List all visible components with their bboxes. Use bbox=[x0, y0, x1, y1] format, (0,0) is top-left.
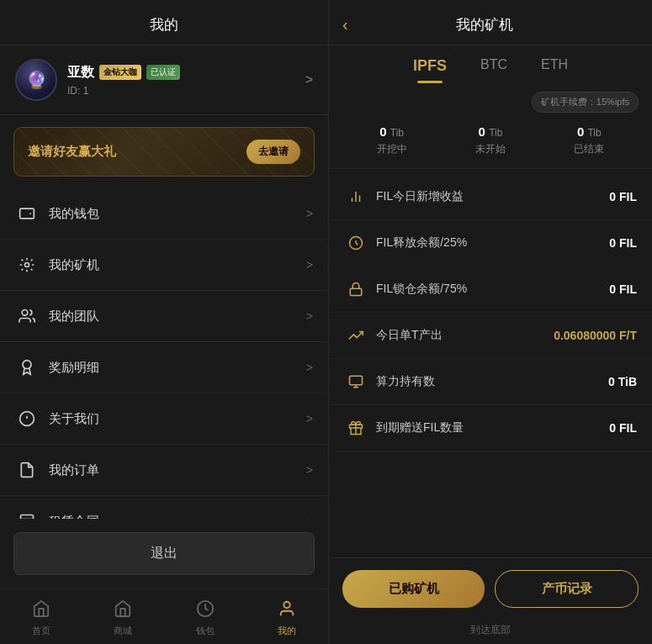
menu-item-miner[interactable]: 我的矿机 > bbox=[0, 240, 328, 291]
nav-label-mine: 我的 bbox=[278, 625, 296, 637]
profile-arrow: > bbox=[305, 72, 313, 87]
avatar-image: 🔮 bbox=[17, 61, 56, 99]
info-row-hashrate: 算力持有数 0 TiB bbox=[329, 359, 652, 405]
bottom-hint: 到达底部 bbox=[329, 620, 652, 644]
info-label-hashrate: 算力持有数 bbox=[376, 374, 608, 389]
info-list: FIL今日新增收益 0 FIL FIL释放余额/25% 0 FIL FIL锁仓余… bbox=[329, 169, 652, 557]
left-title: 我的 bbox=[150, 17, 178, 33]
left-panel: 我的 🔮 亚数 金钻大咖 已认证 ID: 1 > 邀请好友赢大礼 去邀请 我的钱… bbox=[0, 0, 328, 644]
menu-label-miner: 我的矿机 bbox=[49, 257, 306, 273]
svg-rect-18 bbox=[350, 288, 362, 295]
stat-value-pending: 0 Tib bbox=[475, 124, 506, 139]
info-value-locked: 0 FIL bbox=[609, 282, 637, 296]
nav-item-home[interactable]: 首页 bbox=[0, 596, 82, 641]
fee-bar: 矿机手续费：15%ipfs bbox=[329, 83, 652, 118]
stat-mining: 0 Tib 开挖中 bbox=[377, 124, 407, 156]
menu-list: 我的钱包 > 我的矿机 > 我的团队 > 奖励明细 > bbox=[0, 188, 328, 519]
tab-eth[interactable]: ETH bbox=[541, 57, 568, 83]
tab-ipfs[interactable]: IPFS bbox=[413, 57, 447, 83]
info-value-daily-earnings: 0 FIL bbox=[609, 190, 637, 203]
invite-button[interactable]: 去邀请 bbox=[246, 140, 300, 164]
about-icon bbox=[15, 407, 39, 430]
rewards-icon bbox=[15, 356, 39, 379]
locked-icon bbox=[344, 277, 368, 301]
nav-label-shop: 商城 bbox=[114, 625, 132, 637]
menu-item-wallet[interactable]: 我的钱包 > bbox=[0, 188, 328, 240]
svg-point-1 bbox=[25, 263, 29, 267]
profile-name-row: 亚数 金钻大咖 已认证 bbox=[67, 64, 305, 82]
info-label-daily-earnings: FIL今日新增收益 bbox=[376, 189, 609, 204]
bottom-nav: 首页 商城 钱包 我的 bbox=[0, 589, 328, 644]
hashrate-icon bbox=[344, 370, 368, 393]
menu-item-about[interactable]: 关于我们 > bbox=[0, 393, 328, 445]
menu-label-rewards: 奖励明细 bbox=[49, 360, 306, 376]
back-button[interactable]: ‹ bbox=[342, 15, 348, 34]
svg-rect-19 bbox=[350, 376, 363, 385]
profile-name: 亚数 bbox=[67, 64, 94, 82]
info-row-release: FIL释放余额/25% 0 FIL bbox=[329, 220, 652, 267]
right-panel: ‹ 我的矿机 IPFS BTC ETH 矿机手续费：15%ipfs 0 Tib … bbox=[328, 0, 652, 644]
fee-badge: 矿机手续费：15%ipfs bbox=[532, 92, 639, 113]
badge-gold: 金钻大咖 bbox=[99, 65, 141, 80]
info-value-hashrate: 0 TiB bbox=[608, 375, 637, 388]
orders-icon bbox=[15, 458, 39, 482]
nav-item-wallet[interactable]: 钱包 bbox=[164, 596, 246, 641]
gift-fil-icon bbox=[344, 416, 368, 440]
svg-rect-0 bbox=[20, 209, 34, 219]
nav-label-home: 首页 bbox=[32, 625, 50, 637]
svg-rect-11 bbox=[121, 609, 126, 616]
info-value-gift-fil: 0 FIL bbox=[609, 421, 637, 435]
stat-label-finished: 已结束 bbox=[574, 142, 604, 156]
btn-records[interactable]: 产币记录 bbox=[495, 570, 639, 608]
release-icon bbox=[344, 231, 368, 255]
menu-label-orders: 我的订单 bbox=[49, 462, 306, 478]
tab-btc[interactable]: BTC bbox=[480, 57, 507, 83]
menu-label-wallet: 我的钱包 bbox=[49, 206, 306, 222]
invite-banner[interactable]: 邀请好友赢大礼 去邀请 bbox=[13, 127, 315, 177]
mine-icon bbox=[278, 599, 296, 622]
btn-bought[interactable]: 已购矿机 bbox=[342, 570, 485, 608]
wallet-nav-icon bbox=[196, 599, 215, 622]
stats-row: 0 Tib 开挖中 0 Tib 未开始 0 Tib 已结束 bbox=[329, 118, 652, 169]
profile-info: 亚数 金钻大咖 已认证 ID: 1 bbox=[67, 64, 305, 97]
svg-point-3 bbox=[23, 361, 31, 369]
menu-item-team[interactable]: 我的团队 > bbox=[0, 291, 328, 342]
info-label-daily-output: 今日单T产出 bbox=[376, 328, 554, 343]
stat-finished: 0 Tib 已结束 bbox=[574, 124, 604, 156]
left-header: 我的 bbox=[0, 0, 328, 45]
badge-verified: 已认证 bbox=[146, 65, 180, 80]
info-value-release: 0 FIL bbox=[609, 236, 637, 250]
daily-earnings-icon bbox=[344, 185, 368, 209]
menu-item-rewards[interactable]: 奖励明细 > bbox=[0, 342, 328, 393]
invite-text: 邀请好友赢大礼 bbox=[28, 144, 116, 160]
stat-label-mining: 开挖中 bbox=[377, 142, 407, 156]
info-label-locked: FIL锁仓余额/75% bbox=[376, 282, 609, 297]
info-label-release: FIL释放余额/25% bbox=[376, 235, 609, 251]
avatar: 🔮 bbox=[15, 59, 57, 101]
bottom-buttons: 已购矿机 产币记录 bbox=[329, 557, 652, 620]
stat-value-mining: 0 Tib bbox=[377, 124, 407, 139]
info-label-gift-fil: 到期赠送FIL数量 bbox=[376, 420, 609, 435]
svg-point-13 bbox=[284, 602, 290, 608]
info-row-daily-earnings: FIL今日新增收益 0 FIL bbox=[329, 174, 652, 220]
home-icon bbox=[32, 599, 50, 622]
menu-label-team: 我的团队 bbox=[49, 309, 306, 325]
nav-item-mine[interactable]: 我的 bbox=[246, 596, 329, 641]
wallet-icon bbox=[15, 202, 39, 225]
logout-button[interactable]: 退出 bbox=[13, 532, 315, 575]
nav-item-shop[interactable]: 商城 bbox=[82, 596, 165, 641]
right-header: ‹ 我的矿机 bbox=[329, 0, 652, 45]
menu-item-contract[interactable]: 租赁合同 > bbox=[0, 496, 328, 519]
info-row-daily-output: 今日单T产出 0.06080000 F/T bbox=[329, 313, 652, 359]
info-row-locked: FIL锁仓余额/75% 0 FIL bbox=[329, 267, 652, 313]
stat-pending: 0 Tib 未开始 bbox=[475, 124, 506, 156]
contract-icon bbox=[15, 509, 39, 519]
info-row-gift-fil: 到期赠送FIL数量 0 FIL bbox=[329, 405, 652, 451]
shop-icon bbox=[114, 599, 132, 622]
profile-section[interactable]: 🔮 亚数 金钻大咖 已认证 ID: 1 > bbox=[0, 45, 328, 115]
miner-icon bbox=[15, 253, 39, 277]
menu-item-orders[interactable]: 我的订单 > bbox=[0, 445, 328, 496]
svg-point-2 bbox=[22, 310, 28, 316]
tabs-row: IPFS BTC ETH bbox=[329, 45, 652, 83]
stat-label-pending: 未开始 bbox=[475, 142, 506, 156]
